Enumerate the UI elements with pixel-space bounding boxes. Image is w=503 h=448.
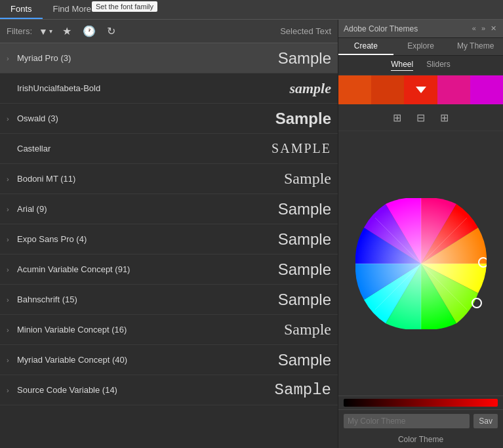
font-sample-text: Sample bbox=[252, 110, 331, 128]
color-wheel-area[interactable] bbox=[338, 131, 503, 396]
font-sample-text: Sample bbox=[252, 230, 331, 249]
panel-collapse-right[interactable]: » bbox=[480, 24, 487, 33]
panel-collapse-left[interactable]: « bbox=[471, 24, 477, 33]
color-panel-title: Adobe Color Themes bbox=[344, 24, 418, 33]
tooltip-text: Set the font family bbox=[96, 3, 153, 10]
font-sample-text: SAMPLE bbox=[252, 141, 331, 156]
font-row[interactable]: ›Arial (9)Sample bbox=[0, 194, 338, 224]
font-name-label: Myriad Variable Concept (40) bbox=[17, 355, 252, 365]
chevron-icon: › bbox=[7, 356, 17, 364]
sub-tab-wheel[interactable]: Wheel bbox=[391, 60, 413, 71]
filters-label: Filters: bbox=[7, 26, 32, 36]
wheel-spokes bbox=[355, 198, 487, 329]
font-sample-text: Sample bbox=[252, 200, 331, 218]
top-tab-bar: Fonts Find More Set the font family bbox=[0, 0, 503, 20]
tab-fonts-label: Fonts bbox=[10, 4, 32, 14]
font-name-label: Bahnschrift (15) bbox=[17, 295, 252, 304]
chevron-icon: › bbox=[7, 296, 17, 304]
filters-bar: Filters: ▼ ▾ ★ 🕐 ↻ Selected Text bbox=[0, 20, 338, 43]
tooltip-bubble: Set the font family bbox=[92, 1, 157, 12]
theme-name-input[interactable] bbox=[344, 414, 470, 428]
selected-text-header: Selected Text bbox=[280, 26, 331, 36]
star-icon[interactable]: ★ bbox=[59, 24, 75, 39]
color-swatch[interactable] bbox=[437, 75, 470, 104]
chevron-icon: › bbox=[7, 266, 17, 274]
tab-my-theme[interactable]: My Theme bbox=[448, 38, 503, 55]
fonts-panel: Filters: ▼ ▾ ★ 🕐 ↻ Selected Text ›Myriad… bbox=[0, 20, 338, 448]
font-sample-text: sample bbox=[252, 80, 331, 97]
font-name-label: Castellar bbox=[17, 144, 252, 153]
swatch-grid-icon[interactable]: ⊞ bbox=[435, 108, 454, 127]
swatch-link-icon[interactable]: ⊟ bbox=[412, 108, 430, 127]
sync-icon[interactable]: ↻ bbox=[104, 24, 119, 39]
color-panel: Adobe Color Themes « » ✕ Create Explore … bbox=[338, 20, 503, 448]
font-sample-text: Sample bbox=[252, 291, 331, 309]
font-name-label: IrishUncialfabeta-Bold bbox=[17, 83, 252, 93]
font-name-label: Bodoni MT (11) bbox=[17, 174, 252, 184]
font-row[interactable]: ›Bodoni MT (11)Sample bbox=[0, 164, 338, 194]
chevron-icon: › bbox=[7, 326, 17, 334]
font-row[interactable]: IrishUncialfabeta-Boldsample bbox=[0, 73, 338, 104]
color-theme-footer-label: Color Theme bbox=[338, 432, 503, 448]
font-row[interactable]: ›Expo Sans Pro (4)Sample bbox=[0, 224, 338, 255]
color-bottom: Sav Color Theme bbox=[338, 396, 503, 448]
font-name-label: Oswald (3) bbox=[17, 113, 252, 123]
font-sample-text: Sample bbox=[252, 321, 331, 338]
color-sub-tabs: Wheel Sliders bbox=[338, 56, 503, 75]
filter-dropdown-btn[interactable]: ▼ ▾ bbox=[39, 26, 52, 37]
panel-close-icon[interactable]: ✕ bbox=[489, 24, 498, 33]
font-row[interactable]: ›Minion Variable Concept (16)Sample bbox=[0, 315, 338, 345]
chevron-icon: › bbox=[7, 175, 17, 183]
font-name-label: Acumin Variable Concept (91) bbox=[17, 264, 252, 274]
chevron-icon: › bbox=[7, 205, 17, 213]
font-row[interactable]: CastellarSAMPLE bbox=[0, 134, 338, 164]
main-area: Filters: ▼ ▾ ★ 🕐 ↻ Selected Text ›Myriad… bbox=[0, 20, 503, 448]
gradient-bar[interactable] bbox=[344, 399, 498, 407]
fonts-list: ›Myriad Pro (3)SampleIrishUncialfabeta-B… bbox=[0, 43, 338, 448]
filter-chevron: ▾ bbox=[49, 28, 52, 35]
tab-find-more-label: Find More bbox=[53, 4, 92, 14]
font-name-label: Arial (9) bbox=[17, 204, 252, 214]
swatch-add-icon[interactable]: ⊞ bbox=[388, 108, 407, 127]
save-row: Sav bbox=[338, 409, 503, 432]
tab-create[interactable]: Create bbox=[338, 38, 393, 55]
font-sample-text: Sample bbox=[252, 170, 331, 188]
tab-explore[interactable]: Explore bbox=[393, 38, 449, 55]
color-swatch[interactable] bbox=[371, 75, 404, 104]
color-swatch[interactable] bbox=[404, 75, 437, 104]
chevron-icon: › bbox=[7, 115, 17, 123]
font-row[interactable]: ›Oswald (3)Sample bbox=[0, 104, 338, 134]
font-sample-text: Sample bbox=[252, 381, 331, 399]
font-sample-text: Sample bbox=[252, 260, 331, 279]
color-swatches bbox=[338, 75, 503, 104]
font-name-label: Myriad Pro (3) bbox=[17, 53, 252, 63]
funnel-icon: ▼ bbox=[39, 26, 48, 37]
history-icon[interactable]: 🕐 bbox=[81, 24, 97, 39]
font-row[interactable]: ›Myriad Variable Concept (40)Sample bbox=[0, 345, 338, 375]
font-row[interactable]: ›Acumin Variable Concept (91)Sample bbox=[0, 255, 338, 285]
color-wheel-svg bbox=[355, 198, 487, 329]
sub-tab-sliders[interactable]: Sliders bbox=[426, 60, 451, 71]
font-sample-text: Sample bbox=[252, 49, 331, 68]
font-row[interactable]: ›Bahnschrift (15)Sample bbox=[0, 285, 338, 315]
font-sample-text: Sample bbox=[252, 351, 331, 369]
chevron-icon: › bbox=[7, 54, 17, 62]
color-swatch[interactable] bbox=[338, 75, 371, 104]
panel-controls: « » ✕ bbox=[471, 24, 498, 33]
chevron-icon: › bbox=[7, 386, 17, 394]
font-row[interactable]: ›Myriad Pro (3)Sample bbox=[0, 43, 338, 73]
save-button[interactable]: Sav bbox=[473, 414, 498, 428]
color-tabs: Create Explore My Theme bbox=[338, 38, 503, 56]
color-wheel[interactable] bbox=[355, 198, 487, 329]
font-name-label: Source Code Variable (14) bbox=[17, 385, 252, 395]
chevron-icon: › bbox=[7, 235, 17, 243]
tab-fonts[interactable]: Fonts bbox=[0, 0, 43, 19]
font-name-label: Expo Sans Pro (4) bbox=[17, 234, 252, 244]
color-panel-header: Adobe Color Themes « » ✕ bbox=[338, 20, 503, 38]
font-name-label: Minion Variable Concept (16) bbox=[17, 325, 252, 335]
font-row[interactable]: ›Source Code Variable (14)Sample bbox=[0, 375, 338, 405]
swatch-tools: ⊞ ⊟ ⊞ bbox=[338, 104, 503, 131]
color-swatch[interactable] bbox=[470, 75, 503, 104]
